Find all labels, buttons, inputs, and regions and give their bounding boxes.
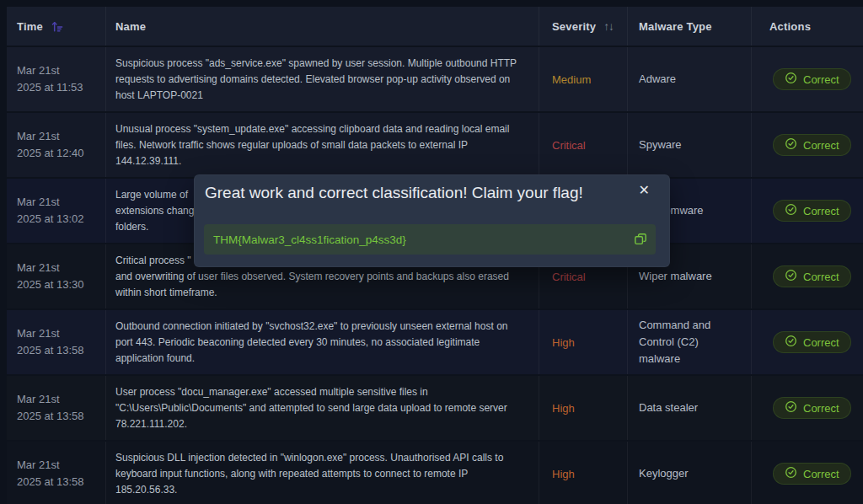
actions-cell: Correct [752,376,863,440]
actions-cell: Correct [752,179,863,243]
time-text: Mar 21st 2025 at 12:40 [17,128,84,162]
time-text: Mar 21st 2025 at 13:58 [17,325,84,359]
severity-cell: Critical [539,113,628,177]
flag-box: THM{Malwar3_cl4ss1fication_p4ss3d} [204,224,656,255]
check-circle-icon [785,466,797,481]
correct-button[interactable]: Correct [773,265,851,287]
name-cell: Outbound connection initiated by "svchos… [106,310,539,374]
column-header-name: Name [106,7,539,46]
malware-type-text: Data stealer [639,399,698,416]
severity-cell: High [539,376,628,440]
flag-claim-modal: Great work and correct classification! C… [194,174,670,267]
name-cell: Suspicious process "ads_service.exe" spa… [106,47,539,111]
correct-button[interactable]: Correct [773,331,851,353]
time-cell: Mar 21st 2025 at 12:40 [7,113,106,177]
column-header-time[interactable]: Time [7,7,106,46]
severity-badge: High [552,468,575,480]
correct-button[interactable]: Correct [773,463,851,485]
check-circle-icon [785,400,797,416]
column-header-severity-label: Severity [552,20,596,33]
name-text: Outbound connection initiated by "svchos… [115,319,507,367]
severity-badge: High [552,402,575,415]
check-circle-icon [785,137,797,153]
name-cell: Unusual process "system_update.exe" acce… [106,113,539,177]
column-header-time-label: Time [17,20,43,33]
correct-button[interactable]: Correct [773,68,851,90]
column-header-actions: Actions [752,7,863,46]
malware-type-cell: Keylogger [628,442,752,504]
name-cell: User process "docu_manager.exe" accessed… [106,376,539,440]
malware-type-text: Command and Control (C2) malware [639,317,739,367]
correct-button-label: Correct [803,336,839,349]
time-cell: Mar 21st 2025 at 13:58 [7,310,106,374]
time-text: Mar 21st 2025 at 13:58 [17,391,84,425]
malware-type-text: Adware [639,71,676,88]
column-header-malware-type: Malware Type [628,7,752,46]
name-cell: Suspicious DLL injection detected in "wi… [106,442,539,504]
check-circle-icon [785,335,797,350]
column-header-name-label: Name [115,20,146,33]
actions-cell: Correct [752,113,863,177]
severity-cell: High [539,442,628,504]
copy-icon[interactable] [634,233,647,246]
malware-type-cell: Data stealer [628,376,752,440]
table-row-spyware: Mar 21st 2025 at 12:40 Unusual process "… [7,113,863,177]
malware-type-cell: Spyware [628,113,752,177]
column-header-malware-type-label: Malware Type [639,20,712,33]
table-row-c2: Mar 21st 2025 at 13:58 Outbound connecti… [7,310,863,374]
malware-type-text: Keylogger [639,465,689,482]
severity-badge: Critical [552,271,586,283]
check-circle-icon [785,203,797,218]
actions-cell: Correct [752,244,863,308]
malware-type-text: Wiper malware [639,268,712,285]
malware-classification-app: Time Name Severity ↑↓ Malware Type Act [0,0,863,504]
table-header-row: Time Name Severity ↑↓ Malware Type Act [7,7,863,46]
correct-button[interactable]: Correct [773,134,851,156]
time-cell: Mar 21st 2025 at 13:58 [7,376,106,440]
correct-button[interactable]: Correct [773,200,851,222]
table-row-data-stealer: Mar 21st 2025 at 13:58 User process "doc… [7,376,863,440]
correct-button-label: Correct [803,139,839,152]
name-text: Suspicious process "ads_service.exe" spa… [115,56,517,104]
column-header-severity[interactable]: Severity ↑↓ [539,7,628,46]
name-text: Unusual process "system_update.exe" acce… [115,121,509,169]
name-text: Large volume of extensions chang folders… [115,187,194,235]
close-icon[interactable]: ✕ [637,182,651,199]
column-header-actions-label: Actions [769,20,811,33]
time-cell: Mar 21st 2025 at 13:02 [7,179,106,243]
malware-type-text: Spyware [639,137,682,153]
check-circle-icon [785,72,797,87]
check-circle-icon [785,269,797,284]
correct-button-label: Correct [803,73,839,86]
name-text: User process "docu_manager.exe" accessed… [115,384,507,432]
correct-button-label: Correct [803,402,839,415]
table-row-adware: Mar 21st 2025 at 11:53 Suspicious proces… [7,47,863,111]
malware-type-cell: Adware [628,47,752,111]
severity-badge: Medium [552,73,591,86]
correct-button[interactable]: Correct [773,397,851,419]
time-text: Mar 21st 2025 at 13:02 [17,194,84,228]
table-row-keylogger: Mar 21st 2025 at 13:58 Suspicious DLL in… [7,442,863,504]
correct-button-label: Correct [803,271,839,283]
correct-button-label: Correct [803,468,839,480]
table-body: Mar 21st 2025 at 11:53 Suspicious proces… [7,47,863,504]
time-cell: Mar 21st 2025 at 13:58 [7,442,106,504]
name-text: Suspicious DLL injection detected in "wi… [115,450,503,498]
actions-cell: Correct [752,442,863,504]
sort-ascending-icon[interactable] [51,20,63,33]
time-text: Mar 21st 2025 at 11:53 [17,62,83,96]
time-text: Mar 21st 2025 at 13:30 [17,260,84,293]
actions-cell: Correct [752,47,863,111]
sort-up-down-icon[interactable]: ↑↓ [603,20,614,33]
severity-cell: High [539,310,628,374]
severity-badge: High [552,336,575,349]
severity-cell: Medium [539,47,628,111]
time-cell: Mar 21st 2025 at 13:30 [7,244,106,308]
actions-cell: Correct [752,310,863,374]
malware-type-cell: Command and Control (C2) malware [628,310,752,374]
severity-badge: Critical [552,139,586,152]
time-cell: Mar 21st 2025 at 11:53 [7,47,106,111]
correct-button-label: Correct [803,205,839,217]
flag-text: THM{Malwar3_cl4ss1fication_p4ss3d} [213,233,406,246]
modal-title: Great work and correct classification! C… [205,184,583,202]
